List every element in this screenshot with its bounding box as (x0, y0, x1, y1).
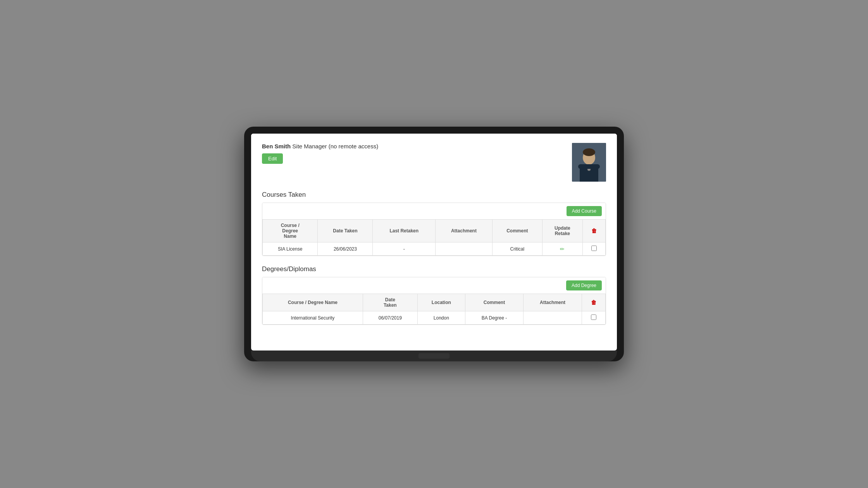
profile-info: Ben Smith Site Manager (no remote access… (262, 143, 572, 164)
course-name-cell: SIA License (263, 242, 318, 256)
trackpad (418, 353, 450, 359)
col-degree-date: DateTaken (363, 294, 417, 311)
table-row: SIA License 26/06/2023 - Critical ✏ (263, 242, 606, 256)
degree-name-cell: International Security (263, 311, 363, 325)
degree-attachment-cell (524, 311, 582, 325)
col-delete-degrees: 🗑 (582, 294, 606, 311)
svg-point-3 (583, 148, 595, 156)
delete-degree-cell[interactable] (582, 311, 606, 325)
col-last-retaken: Last Retaken (373, 220, 436, 242)
col-course-name: Course /DegreeName (263, 220, 318, 242)
courses-table-body: SIA License 26/06/2023 - Critical ✏ (263, 242, 606, 256)
delete-course-checkbox[interactable] (591, 246, 597, 251)
last-retaken-cell: - (373, 242, 436, 256)
courses-delete-all-icon[interactable]: 🗑 (591, 228, 597, 234)
edit-button[interactable]: Edit (262, 153, 283, 164)
delete-row-cell[interactable] (582, 242, 605, 256)
courses-table-head: Course /DegreeName Date Taken Last Retak… (263, 220, 606, 242)
degrees-diplomas-section: Degrees/Diplomas Add Degree Course / Deg… (262, 265, 606, 325)
laptop-base (251, 351, 617, 361)
profile-avatar-image (572, 143, 606, 182)
delete-degree-checkbox[interactable] (591, 314, 596, 320)
col-degree-comment: Comment (465, 294, 524, 311)
degrees-table-body: International Security 06/07/2019 London… (263, 311, 606, 325)
col-degree-attachment: Attachment (524, 294, 582, 311)
table-row: International Security 06/07/2019 London… (263, 311, 606, 325)
profile-name-text: Ben Smith (262, 143, 291, 149)
degree-date-cell: 06/07/2019 (363, 311, 417, 325)
attachment-cell (436, 242, 493, 256)
add-degree-button[interactable]: Add Degree (566, 280, 602, 290)
update-retake-cell[interactable]: ✏ (542, 242, 582, 256)
degree-comment-cell: BA Degree - (465, 311, 524, 325)
degrees-title: Degrees/Diplomas (262, 265, 606, 273)
col-attachment: Attachment (436, 220, 493, 242)
col-date-taken: Date Taken (318, 220, 373, 242)
profile-role-text: Site Manager (no remote access) (292, 143, 378, 149)
courses-taken-title: Courses Taken (262, 191, 606, 199)
courses-taken-section: Courses Taken Add Course Course /DegreeN… (262, 191, 606, 256)
col-degree-name: Course / Degree Name (263, 294, 363, 311)
screen: Ben Smith Site Manager (no remote access… (251, 134, 617, 351)
col-location: Location (417, 294, 465, 311)
courses-table: Course /DegreeName Date Taken Last Retak… (262, 219, 606, 256)
profile-photo (572, 143, 606, 182)
date-taken-cell: 26/06/2023 (318, 242, 373, 256)
degrees-table: Course / Degree Name DateTaken Location … (262, 294, 606, 325)
courses-taken-box: Add Course Course /DegreeName Date Taken… (262, 203, 606, 256)
comment-cell: Critical (492, 242, 542, 256)
courses-toolbar: Add Course (262, 203, 606, 219)
col-update-retake: UpdateRetake (542, 220, 582, 242)
svg-rect-6 (578, 164, 600, 169)
col-comment: Comment (492, 220, 542, 242)
add-course-button[interactable]: Add Course (567, 206, 602, 216)
degrees-toolbar: Add Degree (262, 277, 606, 294)
laptop-frame: Ben Smith Site Manager (no remote access… (244, 127, 624, 361)
degrees-box: Add Degree Course / Degree Name DateTake… (262, 277, 606, 325)
degrees-table-head: Course / Degree Name DateTaken Location … (263, 294, 606, 311)
courses-header-row: Course /DegreeName Date Taken Last Retak… (263, 220, 606, 242)
degree-location-cell: London (417, 311, 465, 325)
degrees-header-row: Course / Degree Name DateTaken Location … (263, 294, 606, 311)
profile-header: Ben Smith Site Manager (no remote access… (262, 143, 606, 182)
profile-name: Ben Smith Site Manager (no remote access… (262, 143, 572, 149)
edit-pencil-icon[interactable]: ✏ (560, 246, 565, 252)
col-delete-courses: 🗑 (582, 220, 605, 242)
page-content: Ben Smith Site Manager (no remote access… (251, 134, 617, 344)
degrees-delete-all-icon[interactable]: 🗑 (591, 299, 596, 306)
